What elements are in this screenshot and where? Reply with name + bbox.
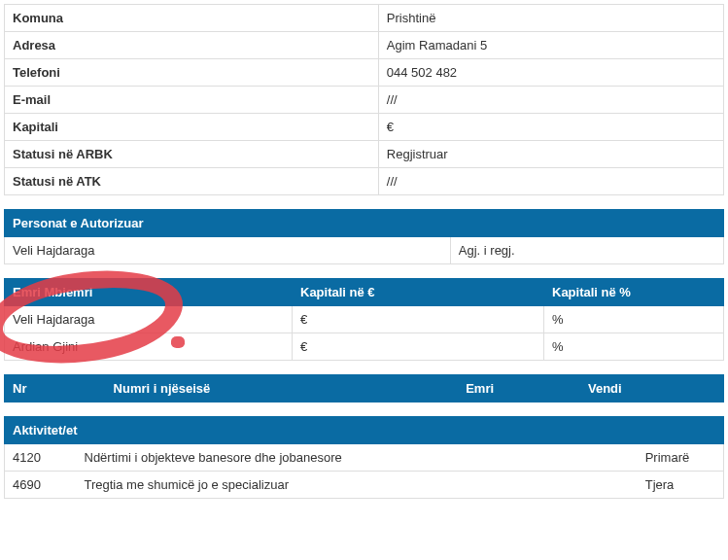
owner-row: Veli Hajdaraga € % bbox=[5, 306, 724, 333]
activity-code: 4690 bbox=[5, 472, 77, 499]
owners-header-capital-eur: Kapitali në € bbox=[293, 279, 544, 306]
owner-capital-pct: % bbox=[544, 333, 724, 361]
info-value: Regjistruar bbox=[378, 141, 723, 168]
units-header-name: Emri bbox=[458, 375, 580, 402]
info-value: Prishtinë bbox=[378, 5, 723, 32]
info-value: 044 502 482 bbox=[378, 59, 723, 87]
activity-type: Primarë bbox=[638, 444, 724, 472]
activity-code: 4120 bbox=[5, 444, 77, 472]
owner-capital-eur: € bbox=[293, 306, 544, 333]
owner-name: Veli Hajdaraga bbox=[5, 306, 293, 333]
info-value: /// bbox=[378, 168, 723, 195]
info-label: Adresa bbox=[5, 32, 379, 59]
info-value: € bbox=[378, 114, 723, 141]
info-label: Komuna bbox=[5, 5, 379, 32]
owners-header-capital-pct: Kapitali në % bbox=[544, 279, 724, 306]
activity-type: Tjera bbox=[638, 472, 724, 499]
owner-row: Ardian Gjini € % bbox=[5, 333, 724, 361]
owner-name: Ardian Gjini bbox=[5, 333, 293, 361]
authorized-header: Personat e Autorizuar bbox=[5, 210, 724, 237]
authorized-name: Veli Hajdaraga bbox=[5, 237, 451, 264]
activity-desc: Tregtia me shumicë jo e specializuar bbox=[77, 472, 638, 499]
activity-row: 4120 Ndërtimi i objekteve banesore dhe j… bbox=[5, 444, 724, 472]
info-label: Statusi në ATK bbox=[5, 168, 379, 195]
activity-desc: Ndërtimi i objekteve banesore dhe jobane… bbox=[77, 444, 638, 472]
activities-header: Aktivitet/et bbox=[5, 417, 724, 444]
authorized-role: Agj. i regj. bbox=[450, 237, 723, 264]
activity-row: 4690 Tregtia me shumicë jo e specializua… bbox=[5, 472, 724, 499]
owner-capital-pct: % bbox=[544, 306, 724, 333]
info-value: /// bbox=[378, 87, 723, 114]
authorized-persons-table: Personat e Autorizuar Veli Hajdaraga Agj… bbox=[4, 209, 724, 264]
units-header-place: Vendi bbox=[579, 375, 723, 402]
owners-table: Emri Mbiemri Kapitali në € Kapitali në %… bbox=[4, 278, 724, 361]
info-label: E-mail bbox=[5, 87, 379, 114]
company-info-table: Komuna Prishtinë Adresa Agim Ramadani 5 … bbox=[4, 4, 724, 195]
activities-table: Aktivitet/et 4120 Ndërtimi i objekteve b… bbox=[4, 416, 724, 499]
units-table: Nr Numri i njëseisë Emri Vendi bbox=[4, 374, 724, 402]
units-header-number: Numri i njëseisë bbox=[105, 375, 458, 402]
units-header-nr: Nr bbox=[5, 375, 106, 402]
info-label: Statusi në ARBK bbox=[5, 141, 379, 168]
owner-capital-eur: € bbox=[293, 333, 544, 361]
info-value: Agim Ramadani 5 bbox=[378, 32, 723, 59]
owners-header-name: Emri Mbiemri bbox=[5, 279, 293, 306]
info-label: Kapitali bbox=[5, 114, 379, 141]
info-label: Telefoni bbox=[5, 59, 379, 87]
